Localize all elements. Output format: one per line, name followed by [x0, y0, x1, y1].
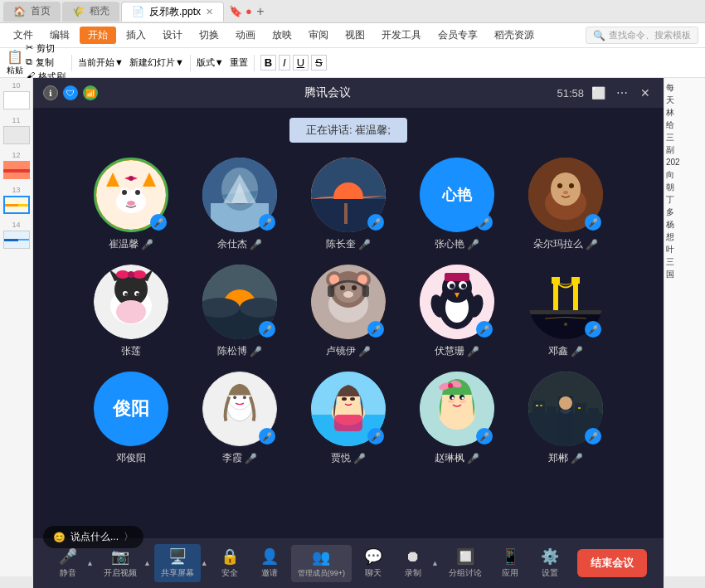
paste-btn[interactable]: 📋 粘贴: [7, 49, 23, 76]
signal-icon[interactable]: 📶: [83, 85, 98, 100]
record-arrow[interactable]: ▲: [431, 559, 439, 567]
slide-11[interactable]: 11: [3, 116, 29, 144]
participant-name-fuhuishan: 伏慧珊 🎤: [435, 344, 479, 358]
menu-design[interactable]: 设计: [156, 27, 189, 44]
share-label: 共享屏幕: [161, 567, 194, 579]
paste-label: 粘贴: [7, 65, 23, 76]
slide-14[interactable]: 14: [3, 221, 29, 249]
mic-icon-yushijie: 🎤: [250, 239, 262, 250]
mute-arrow[interactable]: ▲: [86, 559, 94, 567]
mute-btn[interactable]: 🎤 静音: [50, 544, 86, 582]
groups-btn[interactable]: 🔲 分组讨论: [442, 544, 489, 582]
security-icon[interactable]: 🛡: [63, 85, 78, 100]
share-btn-group: 🖥️ 共享屏幕 ▲: [154, 544, 208, 582]
menu-insert[interactable]: 插入: [119, 27, 153, 44]
copy-btn[interactable]: ⧉ 复制: [26, 56, 66, 69]
avatar-container-zhaolinfeng: 🎤: [420, 372, 494, 446]
svg-point-100: [462, 397, 464, 400]
participant-chenchangkui: 🎤 陈长奎 🎤: [300, 158, 396, 251]
mic-badge-dengxin: 🎤: [585, 321, 601, 338]
close-meeting-icon[interactable]: ✕: [637, 85, 654, 101]
slide-12[interactable]: 12: [3, 151, 29, 179]
menu-daoke-res[interactable]: 稻壳资源: [488, 27, 541, 44]
add-tab-button[interactable]: +: [252, 3, 269, 20]
info-icon[interactable]: ℹ: [43, 85, 58, 100]
pptx-icon: 📄: [132, 6, 144, 17]
record-btn[interactable]: ⏺ 录制: [395, 545, 431, 582]
menu-view[interactable]: 视图: [338, 27, 372, 44]
reset-btn[interactable]: 重置: [230, 56, 248, 69]
invite-btn[interactable]: 👤 邀请: [251, 544, 288, 582]
slide-13[interactable]: 13: [3, 186, 29, 214]
share-arrow[interactable]: ▲: [201, 559, 208, 567]
participant-name-lujingyi: 卢镜伊 🎤: [326, 344, 371, 358]
strikethrough-btn[interactable]: S: [311, 55, 327, 70]
members-btn[interactable]: 👥 管理成员(99+): [291, 545, 352, 582]
participant-name-zhangxinyan: 张心艳 🎤: [435, 237, 479, 251]
expand-icon[interactable]: ⬜: [591, 85, 607, 101]
svg-point-82: [233, 396, 236, 399]
main-area: 10 11 12 13 14: [0, 78, 705, 588]
participant-name-cuiwenxin: 崔温馨 🎤: [109, 237, 153, 251]
participant-duoerluo: 🎤 朵尔玛拉么 🎤: [518, 158, 614, 251]
menu-slideshow[interactable]: 放映: [265, 27, 299, 44]
toolbar: 📋 粘贴 ✂ 剪切 ⧉ 复制 🖌 格式刷 当前开始▼ 新建幻灯片▼ 版式▼ 重置…: [0, 48, 705, 78]
svg-rect-110: [536, 405, 538, 406]
svg-point-101: [448, 400, 455, 403]
avatar-container-yushijie: 🎤: [202, 158, 277, 232]
chat-label: 聊天: [365, 567, 382, 579]
svg-point-54: [340, 285, 345, 290]
copy-icon: ⧉: [26, 56, 32, 69]
search-placeholder-text: 查找命令、搜索模板: [609, 29, 691, 41]
share-btn[interactable]: 🖥️ 共享屏幕: [154, 544, 201, 582]
chat-expand-icon[interactable]: 〉: [124, 530, 134, 544]
settings-btn[interactable]: ⚙️ 设置: [532, 544, 568, 582]
mic-badge-zhengcheng: 🎤: [585, 428, 601, 445]
tab-home[interactable]: 🏠 首页: [3, 2, 61, 22]
ppt-area: ℹ 🛡 📶 腾讯会议 51:58 ⬜ ⋯ ✕ 正在讲话: 崔温馨;: [33, 78, 664, 588]
italic-btn[interactable]: I: [279, 55, 290, 70]
tab-pptx[interactable]: 📄 反邪教.pptx ✕: [121, 2, 224, 22]
layout-btn[interactable]: 版式▼: [197, 56, 224, 69]
menu-member[interactable]: 会员专享: [431, 27, 484, 44]
avatar-container-zhengcheng: 🎤: [528, 372, 603, 446]
video-arrow[interactable]: ▲: [143, 559, 151, 567]
participant-name-lixia: 李霞 🎤: [222, 451, 257, 465]
bold-btn[interactable]: B: [260, 55, 276, 70]
menu-file[interactable]: 文件: [7, 27, 40, 44]
meeting-title: 腾讯会议: [304, 85, 351, 100]
svg-rect-106: [547, 406, 557, 446]
security-btn[interactable]: 🔒 安全: [212, 544, 248, 582]
avatar-container-dengjunyang: 俊阳: [94, 372, 168, 446]
chat-btn[interactable]: 💬 聊天: [355, 544, 391, 582]
svg-rect-88: [334, 415, 362, 431]
menu-dev[interactable]: 开发工具: [375, 27, 428, 44]
menu-transition[interactable]: 切换: [192, 27, 226, 44]
avatar-container-zhanglian: [94, 265, 168, 339]
svg-point-38: [136, 293, 139, 296]
underline-btn[interactable]: U: [293, 55, 309, 70]
chat-placeholder[interactable]: 说点什么...: [70, 530, 119, 544]
apps-label: 应用: [502, 567, 518, 579]
menu-animation[interactable]: 动画: [229, 27, 262, 44]
close-icon[interactable]: ✕: [206, 7, 213, 17]
bookmark-icon: 🔖: [229, 5, 242, 17]
apps-btn[interactable]: 📱 应用: [492, 544, 528, 582]
mic-badge-chensongbo: 🎤: [259, 321, 275, 338]
menu-review[interactable]: 审阅: [302, 27, 335, 44]
end-meeting-btn[interactable]: 结束会议: [577, 549, 647, 577]
share-tool-icon: 🖥️: [168, 547, 187, 566]
search-bar[interactable]: 🔍 查找命令、搜索模板: [586, 27, 698, 44]
slide-10[interactable]: 10: [3, 81, 29, 109]
video-btn[interactable]: 📷 开启视频: [97, 544, 143, 582]
tab-daoke[interactable]: 🌾 稻壳: [62, 2, 119, 22]
mic-icon-duoerluo: 🎤: [586, 239, 598, 250]
more-options-icon[interactable]: ⋯: [614, 85, 630, 101]
menu-open-btn[interactable]: 开始: [80, 27, 116, 44]
new-slide-btn[interactable]: 新建幻灯片▼: [129, 56, 184, 69]
menu-edit[interactable]: 编辑: [43, 27, 76, 44]
daoke-icon: 🌾: [72, 6, 85, 17]
current-slide-btn[interactable]: 当前开始▼: [78, 56, 124, 69]
right-sidebar-text: 每: [666, 81, 703, 94]
cut-btn[interactable]: ✂ 剪切: [26, 42, 66, 55]
